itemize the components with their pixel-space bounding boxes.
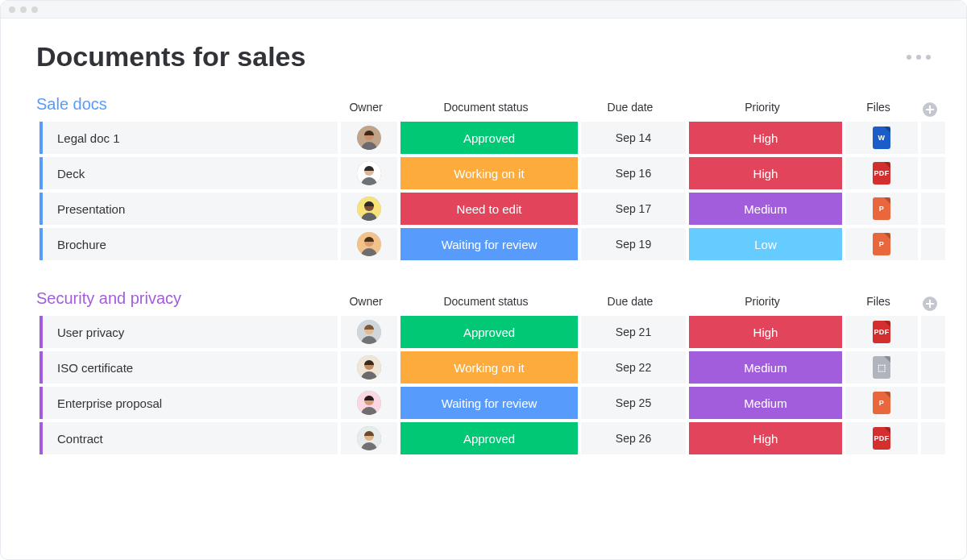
row-tail-cell — [921, 193, 945, 225]
add-column-button[interactable] — [918, 102, 942, 117]
priority-cell[interactable]: Medium — [689, 387, 842, 419]
avatar[interactable] — [357, 126, 381, 150]
ppt-file-icon[interactable]: P — [873, 392, 890, 414]
avatar[interactable] — [357, 161, 381, 185]
table-row[interactable]: Contract Approved Sep 26 High PDF — [39, 422, 931, 454]
column-header-status[interactable]: Document status — [397, 101, 575, 117]
item-name-cell[interactable]: Enterprise proposal — [39, 387, 338, 419]
group-title[interactable]: Sale docs — [36, 95, 334, 117]
due-date-cell[interactable]: Sep 14 — [581, 122, 686, 154]
avatar[interactable] — [357, 232, 381, 256]
priority-cell[interactable]: High — [689, 316, 842, 348]
status-cell[interactable]: Waiting for review — [400, 228, 578, 260]
due-date-cell[interactable]: Sep 22 — [581, 351, 686, 384]
due-date-cell[interactable]: Sep 21 — [581, 316, 686, 348]
zip-file-icon[interactable]: ⬚ — [873, 356, 890, 379]
avatar[interactable] — [357, 320, 381, 344]
table-row[interactable]: Deck Working on it Sep 16 High PDF — [39, 157, 931, 189]
column-header-due[interactable]: Due date — [578, 295, 683, 311]
ppt-file-icon[interactable]: P — [873, 233, 890, 255]
table-row[interactable]: Legal doc 1 Approved Sep 14 High W — [39, 122, 931, 154]
ppt-file-icon[interactable]: P — [873, 197, 890, 220]
item-name-cell[interactable]: Deck — [39, 157, 338, 189]
pdf-file-icon[interactable]: PDF — [873, 321, 890, 343]
status-cell[interactable]: Approved — [400, 422, 578, 454]
priority-cell[interactable]: Medium — [689, 193, 842, 225]
pdf-file-icon[interactable]: PDF — [873, 427, 890, 450]
group-header-row: Security and privacy Owner Document stat… — [36, 289, 931, 311]
table-row[interactable]: Presentation Need to edit Sep 17 Medium … — [39, 193, 931, 225]
avatar[interactable] — [357, 197, 381, 221]
avatar[interactable] — [357, 426, 381, 450]
page-content: Documents for sales Sale docs Owner Docu… — [1, 19, 966, 492]
status-cell[interactable]: Approved — [400, 316, 578, 348]
due-date-cell[interactable]: Sep 17 — [581, 193, 686, 225]
owner-cell[interactable] — [341, 351, 397, 384]
row-tail-cell — [921, 351, 945, 384]
status-cell[interactable]: Need to edit — [400, 193, 578, 225]
table-row[interactable]: Brochure Waiting for review Sep 19 Low P — [39, 228, 931, 260]
status-cell[interactable]: Waiting for review — [400, 387, 578, 419]
column-header-files[interactable]: Files — [842, 295, 915, 311]
due-date-cell[interactable]: Sep 26 — [581, 422, 686, 454]
files-cell[interactable]: ⬚ — [845, 351, 918, 384]
status-cell[interactable]: Working on it — [400, 157, 578, 189]
due-date-cell[interactable]: Sep 25 — [581, 387, 686, 419]
add-column-button[interactable] — [918, 297, 942, 311]
files-cell[interactable]: P — [845, 387, 918, 419]
files-cell[interactable]: P — [845, 193, 918, 225]
column-header-status[interactable]: Document status — [397, 295, 575, 311]
due-date-cell[interactable]: Sep 16 — [581, 157, 686, 189]
priority-cell[interactable]: High — [689, 422, 842, 454]
traffic-light-dot — [31, 6, 38, 13]
item-name-cell[interactable]: Contract — [39, 422, 338, 454]
owner-cell[interactable] — [341, 157, 397, 189]
pdf-file-icon[interactable]: PDF — [873, 162, 890, 185]
group-rows: Legal doc 1 Approved Sep 14 High W Deck … — [36, 122, 931, 260]
item-name-cell[interactable]: Legal doc 1 — [39, 122, 338, 154]
avatar[interactable] — [357, 355, 381, 380]
item-name-cell[interactable]: ISO certificate — [39, 351, 338, 384]
word-file-icon[interactable]: W — [873, 127, 890, 149]
column-header-priority[interactable]: Priority — [686, 295, 839, 311]
table-row[interactable]: Enterprise proposal Waiting for review S… — [39, 387, 931, 419]
more-options-button[interactable] — [907, 55, 931, 60]
group-header-row: Sale docs Owner Document status Due date… — [36, 95, 931, 117]
group-title[interactable]: Security and privacy — [36, 289, 334, 311]
priority-cell[interactable]: High — [689, 157, 842, 189]
traffic-light-dot — [9, 6, 15, 13]
owner-cell[interactable] — [341, 387, 397, 419]
column-header-owner[interactable]: Owner — [338, 295, 394, 311]
files-cell[interactable]: PDF — [845, 316, 918, 348]
item-name-cell[interactable]: User privacy — [39, 316, 338, 348]
dots-icon — [907, 55, 911, 60]
owner-cell[interactable] — [341, 193, 397, 225]
owner-cell[interactable] — [341, 316, 397, 348]
owner-cell[interactable] — [341, 122, 397, 154]
item-name-cell[interactable]: Brochure — [39, 228, 338, 260]
files-cell[interactable]: PDF — [845, 422, 918, 454]
priority-cell[interactable]: High — [689, 122, 842, 154]
row-tail-cell — [921, 228, 945, 260]
owner-cell[interactable] — [341, 422, 397, 454]
owner-cell[interactable] — [341, 228, 397, 260]
status-cell[interactable]: Approved — [400, 122, 578, 154]
table-row[interactable]: User privacy Approved Sep 21 High PDF — [39, 316, 931, 348]
files-cell[interactable]: W — [845, 122, 918, 154]
app-window: Documents for sales Sale docs Owner Docu… — [0, 0, 967, 560]
due-date-cell[interactable]: Sep 19 — [581, 228, 686, 260]
avatar[interactable] — [357, 391, 381, 415]
priority-cell[interactable]: Medium — [689, 351, 842, 384]
column-header-priority[interactable]: Priority — [686, 101, 839, 117]
item-name-cell[interactable]: Presentation — [39, 193, 338, 225]
row-tail-cell — [921, 422, 945, 454]
table-row[interactable]: ISO certificate Working on it Sep 22 Med… — [39, 351, 931, 384]
column-header-due[interactable]: Due date — [578, 101, 683, 117]
status-cell[interactable]: Working on it — [400, 351, 578, 384]
priority-cell[interactable]: Low — [689, 228, 842, 260]
files-cell[interactable]: PDF — [845, 157, 918, 189]
window-titlebar — [1, 1, 966, 19]
column-header-files[interactable]: Files — [842, 101, 915, 117]
column-header-owner[interactable]: Owner — [338, 101, 394, 117]
files-cell[interactable]: P — [845, 228, 918, 260]
